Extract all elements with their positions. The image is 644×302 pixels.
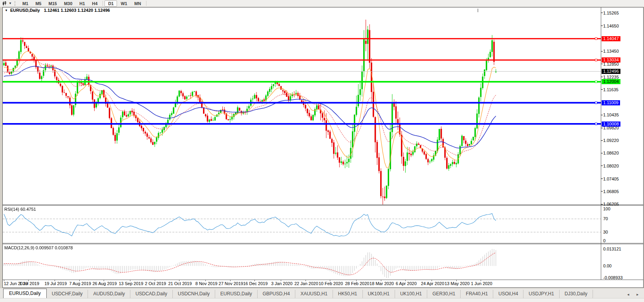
- timeframe-button-h1[interactable]: H1: [76, 0, 88, 7]
- price-tick-mark: [601, 191, 603, 192]
- price-tick-label: 1.06805: [603, 189, 619, 194]
- price-level-badge[interactable]: 1.11009: [602, 100, 620, 105]
- panel-separator: [3, 280, 644, 280]
- candlestick-icon: [2, 1, 7, 6]
- toolbar-separator: [146, 1, 146, 6]
- timeframe-group: M1M5M15M30H1H4: [19, 0, 101, 7]
- price-tick-label: 1.09220: [603, 138, 619, 143]
- price-tick-label: 1.06205: [603, 202, 619, 206]
- timeframe-button-h4[interactable]: H4: [88, 0, 101, 7]
- timeframe-button-d1[interactable]: D1: [104, 0, 117, 7]
- price-tick-mark: [601, 140, 603, 141]
- date-axis-label: 16 Dec 2019: [240, 281, 270, 286]
- price-tick-mark: [601, 89, 603, 90]
- chart-tab-gbpusd-h4[interactable]: GBPUSD,H4: [258, 290, 295, 298]
- price-tick-mark: [601, 26, 603, 26]
- chart-type-icon[interactable]: [1, 0, 9, 6]
- date-axis-label: 10 Feb 2020: [316, 281, 346, 286]
- macd-axis-label: 0.013121: [603, 247, 621, 251]
- chart-tab-usoil-h4[interactable]: USOil,H4: [493, 290, 523, 298]
- price-axis-border: [601, 7, 601, 280]
- price-tick-mark: [601, 128, 603, 128]
- rsi-axis-label: 70: [603, 216, 608, 221]
- toolbar-grip[interactable]: [15, 1, 16, 6]
- price-tick-label: 1.07405: [603, 177, 619, 181]
- date-axis-label: 1 Jun 2020: [467, 281, 496, 286]
- timeframe-button-m1[interactable]: M1: [19, 0, 32, 7]
- main-chart-canvas[interactable]: [3, 12, 601, 204]
- chart-tab-fra40-h1[interactable]: FRA40,H1: [461, 290, 493, 298]
- price-level-badge[interactable]: 1.14047: [602, 36, 620, 41]
- date-axis-label: 21 Oct 2019: [165, 281, 195, 286]
- price-tick-mark: [601, 64, 603, 64]
- price-tick-label: 1.08620: [603, 151, 619, 155]
- chart-tab-usdchf-daily[interactable]: USDCHF,Daily: [47, 290, 88, 298]
- chart-tab-usdcad-daily[interactable]: USDCAD,Daily: [130, 290, 173, 298]
- price-level-badge[interactable]: 1.10008: [602, 122, 620, 127]
- chart-tab-hk50-h1[interactable]: HK50,H1: [333, 290, 363, 298]
- price-tick-mark: [601, 115, 603, 115]
- price-tick-mark: [601, 204, 603, 204]
- date-axis-label: 1 Jul 2019: [14, 281, 44, 286]
- chart-tab-usdcnh-daily[interactable]: USDCNH,Daily: [173, 290, 215, 298]
- price-level-badge[interactable]: 1.12496: [602, 69, 620, 74]
- price-tick-label: 1.13450: [603, 49, 619, 53]
- chart-tab-eurusd-daily[interactable]: EURUSD,Daily: [3, 289, 47, 298]
- timeframe-toolbar: ▼ M1M5M15M30H1H4 D1W1MN: [0, 0, 644, 7]
- price-level-badge[interactable]: 1.13034: [602, 57, 620, 63]
- rsi-axis-label: 0: [603, 238, 606, 243]
- panel-separator[interactable]: [3, 204, 644, 205]
- price-level-badge[interactable]: 1.12004: [602, 79, 620, 84]
- rsi-panel-canvas[interactable]: [3, 206, 601, 243]
- chart-tab-dj30-daily[interactable]: DJ30,Daily: [560, 290, 593, 298]
- price-tick-label: 1.15265: [603, 11, 619, 15]
- chart-tab-bar: EURUSD,DailyUSDCHF,DailyAUDUSD,DailyUSDC…: [0, 288, 644, 298]
- price-tick-mark: [601, 13, 603, 13]
- chart-tab-uk100-h1[interactable]: UK100,H1: [363, 290, 395, 298]
- timeframe-button-m30[interactable]: M30: [60, 0, 76, 7]
- chart-tab-usdjpy-h1[interactable]: USDJPY,H1: [523, 290, 559, 298]
- macd-axis-label: -0.008933: [603, 275, 623, 280]
- tab-scroll-arrows[interactable]: ◂ ▸: [627, 292, 642, 296]
- price-tick-mark: [601, 179, 603, 179]
- macd-axis-label: 0.00: [603, 263, 611, 268]
- chart-tab-xauusd-h1[interactable]: XAUUSD,H1: [295, 290, 333, 298]
- macd-panel-canvas[interactable]: [3, 244, 601, 280]
- status-bar: [0, 298, 644, 302]
- macd-label: MACD(12,26,9) 0.009507 0.010878: [4, 245, 73, 250]
- collapse-caret-icon[interactable]: ▼: [5, 9, 8, 12]
- rsi-axis-label: 30: [603, 230, 608, 234]
- rsi-axis-label: 100: [603, 206, 610, 211]
- date-axis-label: 6 Apr 2020: [391, 281, 421, 286]
- toolbar-separator: [102, 1, 103, 6]
- price-tick-label: 1.14650: [603, 24, 619, 28]
- chart-tab-audusd-daily[interactable]: AUDUSD,Daily: [88, 290, 130, 298]
- trading-terminal: ▼ M1M5M15M30H1H4 D1W1MN ▼ EURUSD,Daily 1…: [0, 0, 644, 302]
- chart-shift-marker[interactable]: [478, 9, 478, 12]
- timeframe-group: D1W1MN: [104, 0, 145, 7]
- price-tick-mark: [601, 77, 603, 77]
- rsi-label: RSI(14) 60.4751: [4, 207, 36, 212]
- price-tick-mark: [601, 153, 603, 153]
- timeframe-button-mn[interactable]: MN: [131, 0, 145, 7]
- timeframe-button-m5[interactable]: M5: [32, 0, 45, 7]
- price-tick-label: 1.12235: [603, 75, 619, 79]
- price-tick-label: 1.10435: [603, 112, 619, 117]
- chevron-down-icon[interactable]: ▼: [9, 2, 12, 5]
- price-tick-label: 1.08020: [603, 164, 619, 168]
- timeframe-button-w1[interactable]: W1: [117, 0, 131, 7]
- date-axis-label: 26 Aug 2019: [90, 281, 119, 286]
- chart-tab-eurusd-daily[interactable]: EURUSD,Daily: [215, 290, 258, 298]
- chart-tab-uk100-h1[interactable]: UK100,H1: [395, 290, 427, 298]
- price-tick-mark: [601, 51, 603, 52]
- panel-separator[interactable]: [3, 243, 644, 243]
- price-tick-label: 1.11635: [603, 87, 618, 92]
- timeframe-button-m15[interactable]: M15: [45, 0, 60, 7]
- price-tick-mark: [601, 166, 603, 166]
- chart-tab-ger30-h1[interactable]: GER30,H1: [427, 290, 461, 298]
